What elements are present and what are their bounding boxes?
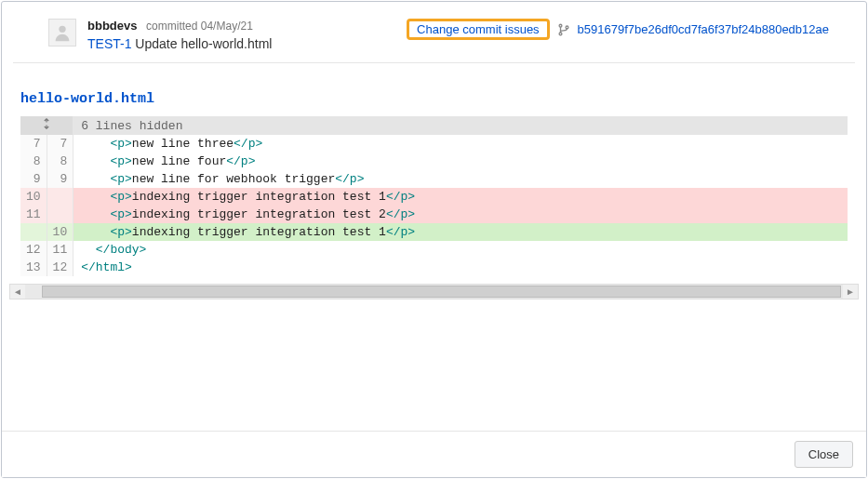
diff-line: 1312</html> bbox=[20, 259, 848, 276]
new-line-number: 7 bbox=[47, 135, 73, 153]
old-line-number bbox=[20, 223, 47, 241]
diff-line-content: <p>new line for webhook trigger</p> bbox=[73, 170, 848, 188]
diff-line: 10<p>indexing trigger integration test 1… bbox=[20, 188, 848, 206]
diff-line-content: <p>new line three</p> bbox=[73, 135, 848, 153]
close-button[interactable]: Close bbox=[795, 441, 853, 468]
diff-line: 99<p>new line for webhook trigger</p> bbox=[20, 170, 848, 188]
diff-line-content: <p>new line four</p> bbox=[73, 153, 848, 170]
commit-dialog: bbbdevs committed 04/May/21 TEST-1 Updat… bbox=[1, 1, 867, 478]
highlight-annotation: Change commit issues bbox=[407, 19, 550, 40]
commit-message: TEST-1 Update hello-world.html bbox=[87, 36, 272, 51]
old-line-number: 9 bbox=[20, 170, 47, 188]
diff-line: 88<p>new line four</p> bbox=[20, 153, 848, 170]
diff-line: 10<p>indexing trigger integration test 1… bbox=[20, 223, 848, 241]
svg-point-3 bbox=[566, 25, 568, 28]
old-line-number: 10 bbox=[20, 188, 47, 206]
avatar bbox=[48, 19, 76, 47]
new-line-number bbox=[47, 206, 73, 223]
svg-point-2 bbox=[559, 32, 562, 34]
svg-point-1 bbox=[559, 24, 562, 27]
issue-key-link[interactable]: TEST-1 bbox=[87, 36, 131, 51]
diff-line-content: <p>indexing trigger integration test 2</… bbox=[73, 206, 848, 223]
horizontal-scrollbar[interactable]: ◄ ► bbox=[9, 284, 859, 299]
commit-message-text: Update hello-world.html bbox=[131, 36, 272, 51]
old-line-number: 13 bbox=[20, 259, 47, 276]
diff-view: 6 lines hidden 77<p>new line three</p>88… bbox=[20, 116, 848, 276]
diff-line: 77<p>new line three</p> bbox=[20, 135, 848, 153]
new-line-number: 11 bbox=[47, 241, 73, 259]
change-commit-issues-link[interactable]: Change commit issues bbox=[409, 17, 547, 42]
scroll-right-arrow[interactable]: ► bbox=[843, 285, 858, 299]
diff-line-content: </html> bbox=[73, 259, 848, 276]
scroll-track[interactable] bbox=[25, 285, 843, 299]
new-line-number: 12 bbox=[47, 259, 73, 276]
scroll-thumb[interactable] bbox=[42, 286, 841, 298]
new-line-number bbox=[47, 188, 73, 206]
diff-line-content: </body> bbox=[73, 241, 848, 259]
old-line-number: 7 bbox=[20, 135, 47, 153]
expand-icon[interactable] bbox=[20, 116, 73, 135]
diff-line-content: <p>indexing trigger integration test 1</… bbox=[73, 188, 848, 206]
new-line-number: 10 bbox=[47, 223, 73, 241]
file-name-link[interactable]: hello-world.html bbox=[2, 63, 866, 116]
old-line-number: 12 bbox=[20, 241, 47, 259]
diff-line: 1211</body> bbox=[20, 241, 848, 259]
commit-hash-link[interactable]: b591679f7be26df0cd7fa6f37bf24b880edb12ae bbox=[578, 22, 829, 36]
new-line-number: 8 bbox=[47, 153, 73, 170]
diff-line: 11<p>indexing trigger integration test 2… bbox=[20, 206, 848, 223]
old-line-number: 11 bbox=[20, 206, 47, 223]
scroll-left-arrow[interactable]: ◄ bbox=[10, 285, 25, 299]
commit-header: bbbdevs committed 04/May/21 TEST-1 Updat… bbox=[2, 2, 866, 62]
hidden-lines-label: 6 lines hidden bbox=[73, 116, 848, 135]
new-line-number: 9 bbox=[47, 170, 73, 188]
commit-meta: bbbdevs committed 04/May/21 TEST-1 Updat… bbox=[87, 19, 272, 51]
old-line-number: 8 bbox=[20, 153, 47, 170]
hidden-lines-row[interactable]: 6 lines hidden bbox=[20, 116, 848, 135]
svg-point-0 bbox=[59, 26, 65, 33]
commit-date: committed 04/May/21 bbox=[146, 20, 253, 33]
dialog-footer: Close bbox=[2, 431, 866, 477]
branch-icon bbox=[557, 23, 570, 36]
author-name: bbbdevs bbox=[87, 19, 137, 33]
diff-line-content: <p>indexing trigger integration test 1</… bbox=[73, 223, 848, 241]
